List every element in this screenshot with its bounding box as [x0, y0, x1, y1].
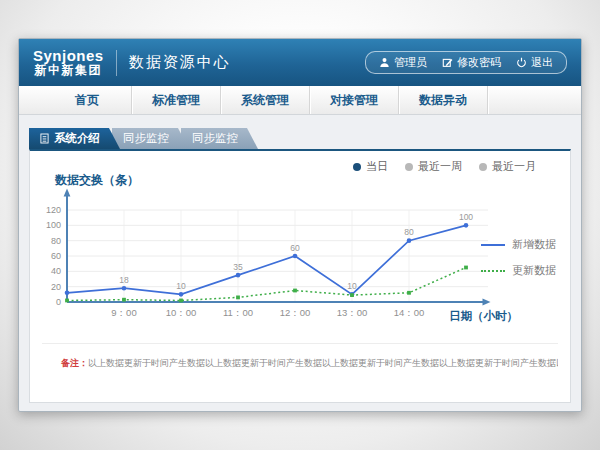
- filter-3[interactable]: 最近一月: [479, 159, 536, 174]
- footnote-text: 以上数据更新于时间产生数据以上数据更新于时间产生数据以上数据更新于时间产生数据以…: [88, 358, 558, 368]
- tab-bar: 系统介绍同步监控同步监控: [29, 128, 571, 149]
- y-tick-label: 20: [51, 282, 61, 292]
- y-tick-label: 60: [51, 251, 61, 261]
- y-tick-label: 120: [46, 205, 61, 215]
- legend-item-2: 更新数据: [481, 263, 556, 278]
- period-filter-group: 当日最近一周最近一月: [353, 159, 536, 174]
- current-user-label: 管理员: [394, 55, 427, 70]
- x-tick-label: 9：00: [111, 307, 136, 318]
- logout-button[interactable]: 退出: [516, 55, 553, 70]
- legend-swatch: [481, 244, 505, 246]
- data-point: [293, 289, 297, 293]
- power-icon: [516, 57, 527, 68]
- nav-item-5[interactable]: 数据异动: [399, 86, 488, 114]
- y-axis-arrow: [64, 189, 71, 197]
- app-header: Synjones 新中新集团 数据资源中心 管理员 修改密码: [19, 39, 581, 86]
- x-tick-label: 11：00: [223, 307, 253, 318]
- data-point-label: 60: [290, 243, 300, 253]
- nav-item-3[interactable]: 系统管理: [221, 86, 310, 114]
- nav-item-2[interactable]: 标准管理: [132, 86, 221, 114]
- radio-dot: [405, 163, 413, 171]
- x-tick-label: 12：00: [280, 307, 311, 318]
- document-icon: [40, 133, 49, 144]
- filter-2[interactable]: 最近一周: [405, 159, 462, 174]
- data-point: [65, 299, 69, 303]
- y-tick-label: 40: [51, 266, 61, 276]
- change-password-label: 修改密码: [457, 55, 501, 70]
- tab-label: 同步监控: [123, 131, 169, 146]
- legend-label: 更新数据: [512, 263, 556, 278]
- content-area: 系统介绍同步监控同步监控 当日最近一周最近一月 数据交换（条） 02040608…: [19, 115, 581, 403]
- user-icon: [379, 57, 390, 68]
- x-axis-title: 日期（小时）: [449, 309, 518, 324]
- legend-swatch: [481, 270, 505, 272]
- x-tick-label: 14：00: [394, 307, 425, 318]
- x-tick-label: 10：00: [166, 307, 197, 318]
- data-point: [464, 266, 468, 270]
- data-point: [236, 273, 241, 278]
- data-point-label: 35: [233, 262, 243, 272]
- x-axis-arrow: [483, 299, 491, 306]
- x-tick-label: 13：00: [337, 307, 368, 318]
- page-title: 数据资源中心: [129, 53, 231, 72]
- company-logo: Synjones 新中新集团: [33, 48, 104, 78]
- tab-label: 系统介绍: [54, 131, 100, 146]
- filter-label: 最近一周: [418, 159, 462, 174]
- legend-label: 新增数据: [512, 237, 556, 252]
- data-point: [179, 292, 184, 297]
- data-point: [293, 254, 298, 259]
- nav-item-1[interactable]: 首页: [43, 86, 132, 114]
- footnote: 备注：以上数据更新于时间产生数据以上数据更新于时间产生数据以上数据更新于时间产生…: [42, 343, 558, 370]
- data-point-label: 100: [459, 212, 473, 222]
- footnote-prefix: 备注：: [61, 358, 88, 368]
- header-divider: [116, 50, 117, 76]
- radio-dot: [353, 163, 361, 171]
- nav-item-4[interactable]: 对接管理: [310, 86, 399, 114]
- data-point-label: 80: [404, 227, 414, 237]
- filter-1[interactable]: 当日: [353, 159, 388, 174]
- legend-item-1: 新增数据: [481, 237, 556, 252]
- data-point-label: 10: [347, 281, 357, 291]
- data-point: [464, 223, 469, 228]
- y-tick-label: 80: [51, 236, 61, 246]
- app-window: Synjones 新中新集团 数据资源中心 管理员 修改密码: [18, 38, 582, 412]
- y-tick-label: 100: [46, 220, 61, 230]
- logout-label: 退出: [531, 55, 553, 70]
- y-tick-label: 0: [56, 297, 61, 307]
- main-nav: 首页标准管理系统管理对接管理数据异动: [19, 86, 581, 115]
- filter-label: 最近一月: [492, 159, 536, 174]
- chart-panel: 当日最近一周最近一月 数据交换（条） 0204060801001209：0010…: [29, 149, 571, 403]
- data-point: [350, 293, 354, 297]
- chart-legend: 新增数据更新数据: [481, 237, 556, 278]
- data-point-label: 10: [176, 281, 186, 291]
- filter-label: 当日: [366, 159, 388, 174]
- data-point-label: 18: [119, 275, 129, 285]
- edit-icon: [442, 57, 453, 68]
- current-user-button[interactable]: 管理员: [379, 55, 427, 70]
- tab-active[interactable]: 系统介绍: [29, 128, 120, 149]
- tab-label: 同步监控: [192, 131, 238, 146]
- data-point: [407, 238, 412, 243]
- user-toolbar: 管理员 修改密码 退出: [365, 51, 567, 74]
- data-point: [179, 299, 183, 303]
- tab-2[interactable]: 同步监控: [112, 128, 189, 149]
- radio-dot: [479, 163, 487, 171]
- data-point: [407, 291, 411, 295]
- data-point: [122, 298, 126, 302]
- change-password-button[interactable]: 修改密码: [442, 55, 501, 70]
- data-point: [65, 291, 70, 296]
- brand-name: Synjones: [33, 48, 104, 65]
- data-point: [122, 286, 127, 291]
- company-name: 新中新集团: [33, 64, 104, 77]
- data-point: [236, 296, 240, 300]
- tab-3[interactable]: 同步监控: [181, 128, 258, 149]
